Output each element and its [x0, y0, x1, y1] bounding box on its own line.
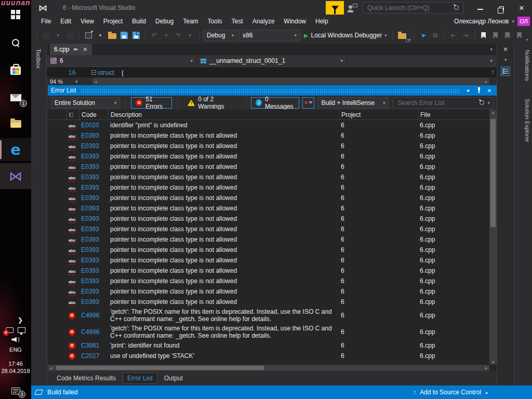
- save-all-button[interactable]: [131, 29, 141, 42]
- undo-dropdown[interactable]: ▾: [161, 29, 171, 42]
- new-project-button[interactable]: [83, 29, 94, 42]
- warnings-toggle-button[interactable]: 0 of 2 Warnings: [183, 97, 240, 109]
- error-code-link[interactable]: E0020: [79, 122, 108, 129]
- error-code-link[interactable]: E0393: [79, 257, 108, 264]
- taskbar-mail-button[interactable]: 1: [0, 86, 31, 109]
- tray-expand-chevron-icon[interactable]: ❯: [18, 316, 23, 324]
- error-row[interactable]: abc ✕ E0393 pointer to incomplete class …: [53, 297, 489, 307]
- save-button[interactable]: [119, 29, 129, 42]
- error-row[interactable]: abc ✕ E0393 pointer to incomplete class …: [53, 130, 489, 141]
- scroll-up-icon[interactable]: ▴: [490, 110, 496, 115]
- error-row[interactable]: abc ✕ E0393 pointer to incomplete class …: [53, 182, 489, 193]
- menu-item[interactable]: Help: [311, 17, 333, 26]
- error-row[interactable]: abc ✕ E0393 pointer to incomplete class …: [53, 234, 489, 245]
- close-button[interactable]: ✕: [511, 0, 532, 16]
- scroll-right-icon[interactable]: ▸: [483, 365, 489, 370]
- avatar[interactable]: ОЛ: [517, 17, 530, 26]
- menu-item[interactable]: Debug: [151, 17, 178, 26]
- redo-button[interactable]: ↷: [173, 29, 183, 42]
- start-button[interactable]: [0, 3, 31, 26]
- error-code-link[interactable]: E0393: [79, 225, 108, 233]
- user-dropdown-icon[interactable]: ▾: [512, 19, 514, 24]
- menu-item[interactable]: Window: [279, 17, 311, 26]
- taskbar-visual-studio-button[interactable]: ⋈: [0, 163, 31, 189]
- new-project-dropdown[interactable]: ▾: [95, 29, 105, 42]
- tab-well-dropdown-icon[interactable]: ▾: [490, 47, 493, 52]
- error-row[interactable]: abc ✕ E0393 pointer to incomplete class …: [53, 151, 489, 162]
- editor-horizontal-scrollbar[interactable]: ◂ ▸: [92, 78, 489, 85]
- error-code-link[interactable]: E0393: [79, 142, 108, 150]
- error-list-vertical-scrollbar[interactable]: ▴ ▾: [489, 110, 497, 365]
- panel-tab[interactable]: Output: [159, 373, 188, 384]
- error-code-link[interactable]: E0393: [79, 215, 108, 222]
- properties-window-icon[interactable]: [501, 66, 510, 76]
- dock-tab[interactable]: Notifications: [514, 46, 532, 85]
- feedback-icon[interactable]: [348, 4, 357, 12]
- undo-button[interactable]: ↶: [149, 29, 159, 42]
- tab-close-icon[interactable]: ✕: [83, 47, 87, 52]
- menu-item[interactable]: Analyze: [248, 17, 280, 26]
- panel-tab[interactable]: Code Metrics Results: [52, 373, 121, 384]
- action-center-button[interactable]: 3: [9, 385, 22, 396]
- redo-dropdown[interactable]: ▾: [185, 29, 195, 42]
- errors-toggle-button[interactable]: ✕ 51 Errors: [131, 97, 172, 109]
- menu-item[interactable]: Team: [178, 17, 203, 26]
- file-column-header[interactable]: File: [418, 110, 489, 119]
- error-row[interactable]: abc ✕ E0393 pointer to incomplete class …: [53, 172, 489, 182]
- error-code-link[interactable]: E0393: [79, 246, 108, 254]
- scroll-left-icon[interactable]: ◂: [92, 79, 99, 84]
- decrease-indent-button[interactable]: ⇤: [448, 29, 459, 42]
- error-code-link[interactable]: E0393: [79, 267, 108, 274]
- messages-toggle-button[interactable]: i 0 Messages: [251, 97, 299, 109]
- navigate-forward-button[interactable]: →: [65, 29, 75, 42]
- solution-configuration-combo[interactable]: Debug▾: [203, 30, 237, 41]
- scrollbar-thumb[interactable]: [490, 119, 496, 227]
- split-editor-handle[interactable]: ┬: [491, 68, 495, 74]
- menu-item[interactable]: Tools: [203, 17, 227, 26]
- panel-close-icon[interactable]: ✕: [503, 46, 508, 53]
- restore-button[interactable]: [490, 0, 511, 16]
- search-dropdown-icon[interactable]: ▾: [487, 100, 490, 105]
- quick-launch-input[interactable]: [366, 4, 454, 12]
- scroll-down-icon[interactable]: ▾: [490, 360, 496, 365]
- menu-item[interactable]: Project: [99, 17, 127, 26]
- source-filter-combo[interactable]: Build + IntelliSense ▾: [317, 97, 389, 109]
- error-list-horizontal-scrollbar[interactable]: ◂ ▸: [48, 365, 497, 371]
- auto-hide-pin-icon[interactable]: [476, 87, 481, 94]
- navigate-back-dropdown[interactable]: ▾: [53, 29, 63, 42]
- error-row[interactable]: abc ✕ E0393 pointer to incomplete class …: [53, 203, 489, 214]
- error-code-link[interactable]: E0393: [79, 277, 108, 285]
- clear-filters-button[interactable]: ✕: [302, 97, 314, 109]
- error-code-link[interactable]: E0393: [79, 205, 108, 212]
- error-row[interactable]: abc ✕ E0393 pointer to incomplete class …: [53, 141, 489, 151]
- error-row[interactable]: abc ✕ C4996 'getch': The POSIX name for …: [53, 307, 489, 324]
- taskbar-store-button[interactable]: [0, 59, 31, 82]
- severity-column-header[interactable]: [66, 110, 79, 119]
- menu-item[interactable]: View: [76, 17, 99, 26]
- open-file-button[interactable]: [107, 29, 117, 42]
- error-code-link[interactable]: E0393: [79, 288, 108, 295]
- type-navigation-combo[interactable]: __unnamed_struct_0001_1 ▾: [197, 55, 347, 66]
- scroll-right-icon[interactable]: ▸: [483, 79, 489, 84]
- minimize-button[interactable]: [470, 0, 490, 16]
- error-code-link[interactable]: E0393: [79, 153, 108, 160]
- next-bookmark-button[interactable]: [502, 29, 513, 42]
- menu-item[interactable]: Build: [127, 17, 151, 26]
- error-row[interactable]: abc ✕ E0020 identifier "print" is undefi…: [53, 120, 489, 130]
- chevron-down-icon[interactable]: ▾: [504, 57, 507, 62]
- error-row[interactable]: abc ✕ E0393 pointer to incomplete class …: [53, 276, 489, 286]
- error-code-link[interactable]: C4996: [79, 328, 108, 336]
- pin-icon[interactable]: [73, 47, 78, 52]
- project-column-header[interactable]: Project: [339, 110, 418, 119]
- feedback-filter-button[interactable]: [326, 1, 344, 15]
- error-list-search-input[interactable]: [396, 99, 479, 107]
- scrollbar-thumb[interactable]: [56, 366, 264, 370]
- find-in-files-button[interactable]: [397, 29, 407, 42]
- dock-tab[interactable]: Solution Explorer: [514, 95, 532, 147]
- error-row[interactable]: abc ✕ E0393 pointer to incomplete class …: [53, 214, 489, 224]
- copy-parent-button[interactable]: ⧉: [430, 29, 441, 42]
- error-code-link[interactable]: C3861: [79, 342, 108, 349]
- scroll-left-icon[interactable]: ◂: [48, 365, 54, 370]
- menu-item[interactable]: File: [36, 17, 56, 26]
- error-row[interactable]: abc ✕ E0393 pointer to incomplete class …: [53, 162, 489, 172]
